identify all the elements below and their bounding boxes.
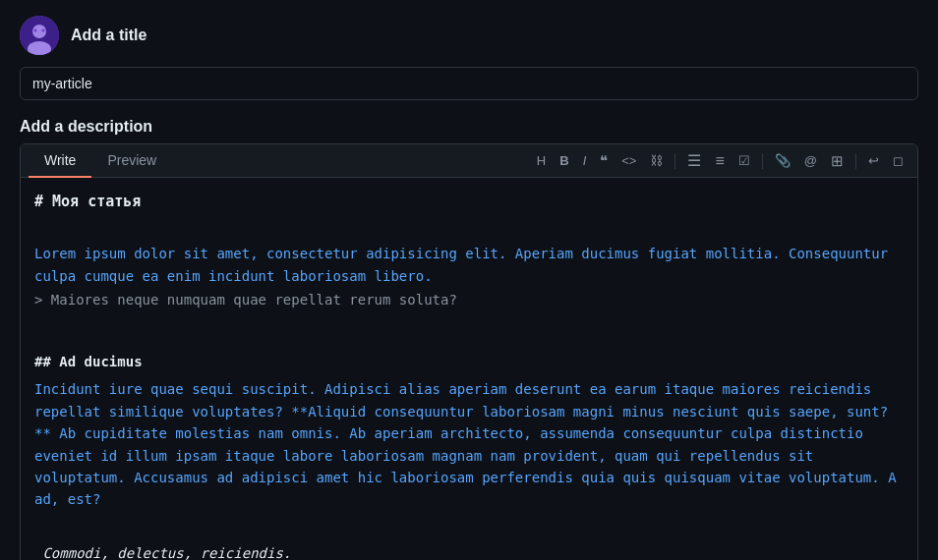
editor-toolbar: H B I ❝ <> ⛓ ☰ ≡ [531, 149, 909, 173]
title-section-header: Add a title [20, 16, 918, 55]
title-input[interactable] [20, 67, 918, 100]
editor-tabs-bar: Write Preview H B I ❝ <> ⛓ ☰ [21, 144, 917, 178]
italic-button[interactable]: I [577, 150, 593, 171]
tab-preview[interactable]: Preview [91, 144, 172, 178]
heading-button[interactable]: H [531, 150, 552, 171]
editor-italic: _Commodi, delectus, reiciendis._ [34, 542, 904, 560]
title-label: Add a title [71, 27, 147, 44]
svg-point-4 [42, 29, 45, 32]
tab-write[interactable]: Write [29, 144, 91, 178]
bold-button[interactable]: B [554, 150, 574, 171]
description-editor: Write Preview H B I ❝ <> ⛓ ☰ [20, 143, 918, 560]
editor-blockquote: > Maiores neque numquam quae repellat re… [34, 289, 904, 310]
editor-content-area[interactable]: # Моя статья Lorem ipsum dolor sit amet,… [21, 178, 917, 560]
link-button[interactable]: ⛓ [644, 150, 669, 171]
avatar [20, 16, 59, 55]
ordered-list-button[interactable]: ☰ [681, 149, 707, 173]
mention-button[interactable]: @ [798, 150, 823, 171]
editor-heading1: # Моя статья [34, 190, 904, 213]
toolbar-separator-1 [674, 153, 675, 169]
tasklist-button[interactable]: ☑ [733, 150, 756, 171]
unordered-list-button[interactable]: ≡ [709, 149, 730, 173]
code-button[interactable]: <> [616, 150, 642, 171]
editor-heading2: ## Ad ducimus [34, 351, 904, 372]
editor-paragraph1: Lorem ipsum dolor sit amet, consectetur … [34, 243, 904, 287]
description-label: Add a description [20, 118, 918, 136]
toolbar-separator-2 [762, 153, 763, 169]
toolbar-separator-3 [855, 153, 856, 169]
svg-point-3 [34, 29, 37, 32]
quote-button[interactable]: ❝ [594, 149, 614, 172]
redo-button[interactable]: ◻ [887, 150, 909, 171]
editor-paragraph2: Incidunt iure quae sequi suscipit. Adipi… [34, 378, 904, 510]
reference-button[interactable]: ⊞ [825, 149, 850, 172]
attach-button[interactable]: 📎 [769, 150, 796, 171]
undo-button[interactable]: ↩ [862, 150, 885, 171]
